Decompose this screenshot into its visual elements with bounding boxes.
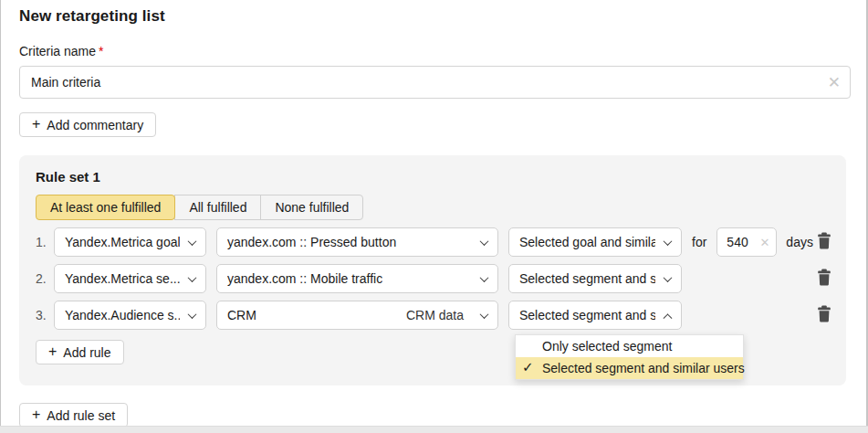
rule-number: 3. — [36, 308, 54, 322]
tab-all-fulfilled[interactable]: All fulfilled — [174, 195, 261, 220]
trash-icon — [817, 232, 831, 252]
plus-icon: + — [48, 343, 57, 360]
tab-at-least-one-fulfilled[interactable]: At least one fulfilled — [36, 195, 175, 220]
rule-condition-tabs: At least one fulfilled All fulfilled Non… — [36, 195, 363, 220]
for-label: for — [692, 235, 706, 249]
rule3-source-select[interactable]: Yandex.Audience s... — [54, 301, 206, 330]
add-rule-set-label: Add rule set — [47, 408, 115, 423]
chevron-down-icon — [480, 310, 489, 319]
rule2-source-select[interactable]: Yandex.Metrica se... — [54, 264, 206, 293]
plus-icon: + — [32, 116, 40, 132]
rule1-audience-select[interactable]: Selected goal and simila... — [508, 227, 682, 257]
days-label: days — [786, 235, 813, 249]
check-icon: ✓ — [522, 359, 534, 375]
rule2-audience-select[interactable]: Selected segment and si... — [508, 264, 682, 293]
rule1-audience-value: Selected goal and simila... — [519, 235, 655, 249]
chevron-down-icon — [188, 273, 197, 282]
criteria-name-label-text: Criteria name — [19, 44, 96, 58]
option-selected-segment-and-similar-users[interactable]: ✓ Selected segment and similar users — [516, 357, 743, 379]
rule-row-2: 2. Yandex.Metrica se... yandex.com :: Mo… — [36, 264, 839, 293]
rule1-item-select[interactable]: yandex.com :: Pressed button — [216, 227, 498, 257]
days-field: ✕ — [716, 227, 777, 257]
rule-number: 2. — [36, 271, 54, 286]
delete-rule-button[interactable] — [815, 230, 833, 254]
segment-type-label: CRM data — [406, 308, 464, 322]
audience-dropdown-menu: Only selected segment ✓ Selected segment… — [515, 334, 744, 380]
rule3-audience-select[interactable]: Selected segment and si... — [508, 301, 682, 330]
rule1-source-value: Yandex.Metrica goal — [65, 235, 180, 249]
chevron-down-icon — [188, 310, 197, 319]
days-input[interactable] — [727, 235, 754, 249]
page-bottom-edge — [0, 426, 868, 433]
chevron-up-icon — [664, 313, 673, 322]
trash-icon — [817, 269, 831, 289]
rule3-item-value: CRM — [227, 308, 256, 322]
rule2-source-value: Yandex.Metrica se... — [65, 271, 180, 286]
required-asterisk: * — [99, 44, 103, 58]
rule2-item-value: yandex.com :: Mobile traffic — [227, 271, 382, 286]
clear-input-icon[interactable]: ✕ — [828, 75, 841, 90]
rule1-source-select[interactable]: Yandex.Metrica goal — [54, 227, 206, 257]
trash-icon — [817, 305, 831, 325]
option-only-selected-segment[interactable]: Only selected segment — [516, 335, 743, 357]
rule-set-title: Rule set 1 — [36, 169, 839, 185]
retargeting-form: New retargeting list Criteria name* ✕ + … — [0, 0, 868, 433]
page-title: New retargeting list — [19, 7, 848, 26]
add-rule-set-button[interactable]: + Add rule set — [19, 403, 128, 428]
rule1-item-value: yandex.com :: Pressed button — [227, 235, 396, 249]
option-label: Only selected segment — [542, 339, 672, 354]
rule3-source-value: Yandex.Audience s... — [65, 308, 180, 322]
chevron-down-icon — [188, 237, 197, 246]
chevron-down-icon — [480, 237, 489, 246]
rule-row-1: 1. Yandex.Metrica goal yandex.com :: Pre… — [36, 227, 839, 257]
rule-row-3: 3. Yandex.Audience s... CRM CRM data Sel… — [36, 301, 839, 330]
clear-days-icon[interactable]: ✕ — [759, 236, 769, 249]
option-label: Selected segment and similar users — [542, 361, 745, 375]
chevron-down-icon — [480, 273, 489, 282]
chevron-down-icon — [664, 237, 673, 246]
plus-icon: + — [32, 407, 40, 423]
rule-number: 1. — [36, 235, 54, 249]
chevron-down-icon — [664, 273, 673, 282]
add-commentary-label: Add commentary — [47, 118, 143, 132]
rule2-item-select[interactable]: yandex.com :: Mobile traffic — [216, 264, 498, 293]
add-rule-button[interactable]: + Add rule — [36, 340, 124, 364]
criteria-name-input[interactable] — [20, 67, 850, 98]
rule3-audience-value: Selected segment and si... — [519, 308, 655, 322]
rule2-audience-value: Selected segment and si... — [519, 271, 655, 286]
rule3-item-select[interactable]: CRM CRM data — [216, 301, 498, 330]
delete-rule-button[interactable] — [815, 303, 833, 327]
delete-rule-button[interactable] — [815, 267, 833, 290]
tab-none-fulfilled[interactable]: None fulfilled — [260, 195, 363, 220]
add-commentary-button[interactable]: + Add commentary — [19, 112, 156, 137]
criteria-name-label: Criteria name* — [19, 44, 848, 58]
add-rule-label: Add rule — [63, 345, 110, 360]
criteria-name-field: ✕ — [19, 66, 851, 99]
